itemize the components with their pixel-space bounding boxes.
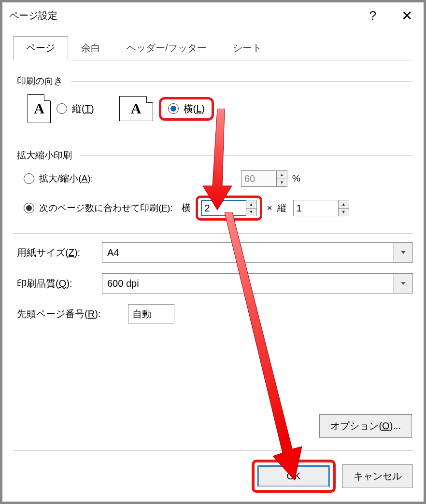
dialog-content: ページ 余白 ヘッダー/フッター シート 印刷の向き A 縦(T) A [2,29,424,502]
landscape-page-icon: A [119,96,153,121]
chevron-down-icon[interactable] [393,243,412,262]
adjust-to-row: 拡大/縮小(A): ▲▼ % [13,170,413,187]
ok-button[interactable]: OK [257,465,330,487]
portrait-radio[interactable] [57,103,67,114]
paper-size-label: 用紙サイズ(Z): [17,246,102,259]
portrait-radio-group[interactable]: 縦(T) [57,102,94,115]
tall-input[interactable] [294,200,338,216]
tab-header-footer[interactable]: ヘッダー/フッター [114,36,220,60]
portrait-page-icon: A [28,94,51,123]
tab-sheet[interactable]: シート [220,36,275,60]
print-quality-label: 印刷品質(Q): [17,277,102,290]
landscape-radio[interactable] [168,103,179,114]
options-button[interactable]: オプション(O)... [319,414,412,438]
first-page-label: 先頭ページ番号(R): [17,308,128,321]
tab-margins[interactable]: 余白 [68,36,114,60]
wide-label: 横 [182,202,191,214]
times-label: × [267,203,272,213]
orientation-section-title: 印刷の向き [17,75,63,87]
close-button[interactable]: ✕ [390,2,424,29]
ok-highlight: OK [252,460,336,493]
paper-size-row: 用紙サイズ(Z): A4 [13,242,413,263]
tab-strip: ページ 余白 ヘッダー/フッター シート [13,36,413,60]
tall-label: 縦 [277,202,286,214]
chevron-down-icon[interactable] [393,274,412,293]
dialog-title: ページ設定 [9,9,356,22]
adjust-to-spinner[interactable]: ▲▼ [241,170,287,187]
paper-size-value: A4 [102,247,393,258]
print-quality-row: 印刷品質(Q): 600 dpi [13,273,413,294]
adjust-to-radio[interactable] [24,173,34,184]
tab-page[interactable]: ページ [13,36,68,60]
fit-to-label: 次のページ数に合わせて印刷(F): [39,202,173,214]
page-setup-dialog: ページ設定 ? ✕ ページ 余白 ヘッダー/フッター シート 印刷の向き A 縦… [2,2,424,502]
print-quality-combo[interactable]: 600 dpi [102,273,413,294]
percent-label: % [292,173,300,184]
landscape-label: 横(L) [184,102,205,115]
spinner-arrows[interactable]: ▲▼ [246,200,256,216]
scaling-section-title: 拡大縮小印刷 [17,149,72,162]
wide-highlight: ▲▼ [196,196,262,221]
portrait-label: 縦(T) [72,102,94,115]
tall-spinner[interactable]: ▲▼ [293,200,349,216]
cancel-button[interactable]: キャンセル [342,464,413,488]
first-page-row: 先頭ページ番号(R): 自動 [13,304,413,323]
orientation-row: A 縦(T) A 横(L) [13,94,413,123]
wide-input[interactable] [201,200,246,216]
paper-size-combo[interactable]: A4 [102,242,413,263]
dialog-button-row: OK キャンセル [13,460,413,493]
titlebar: ページ設定 ? ✕ [2,2,424,29]
first-page-input[interactable]: 自動 [128,304,174,323]
adjust-to-label: 拡大/縮小(A): [39,172,217,185]
wide-spinner[interactable]: ▲▼ [201,200,257,216]
fit-to-row: 次のページ数に合わせて印刷(F): 横 ▲▼ × 縦 ▲▼ [13,196,413,221]
spinner-arrows[interactable]: ▲▼ [338,200,349,216]
help-button[interactable]: ? [356,2,390,29]
adjust-to-input[interactable] [241,171,276,186]
landscape-highlight: 横(L) [159,97,214,121]
fit-to-radio[interactable] [24,203,34,213]
spinner-arrows[interactable]: ▲▼ [276,171,287,186]
print-quality-value: 600 dpi [102,278,393,289]
